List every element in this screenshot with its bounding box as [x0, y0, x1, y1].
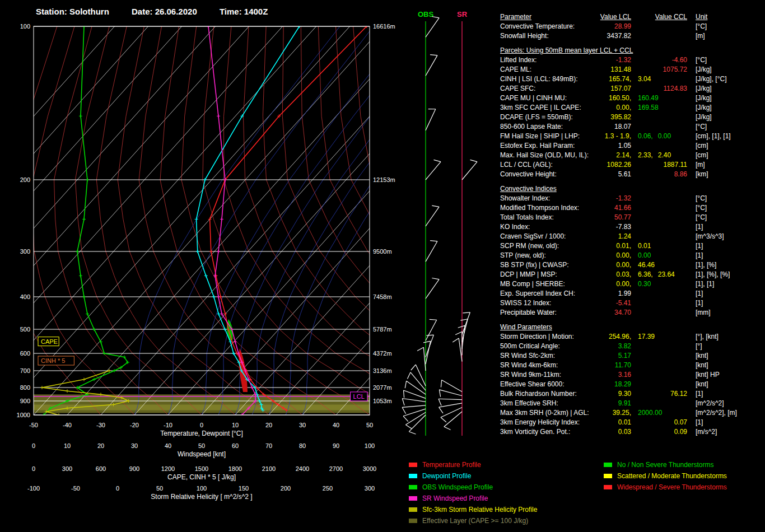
wind-barb: [426, 279, 439, 298]
param-label: CAPE SFC:: [500, 84, 596, 94]
axis-tick-label: 2400: [296, 465, 309, 472]
table-row: 3km Effective SRH:9.91[m^2/s^2]: [500, 399, 763, 408]
altitude-label: 3136m: [373, 367, 392, 374]
value-lcl: 0.00,: [596, 279, 631, 289]
param-label: Estofex Exp. Hail Param:: [500, 141, 596, 151]
axis-tick-label: 100: [365, 442, 375, 449]
wind-barb: [402, 405, 426, 408]
wind-barb: [426, 55, 437, 76]
legend-item: OBS Windspeed Profile: [409, 482, 537, 493]
unit-label: [m^3/s^3]: [696, 232, 724, 241]
axis-tick-label: 50: [366, 422, 373, 428]
dry-adiabat-line: [336, 26, 499, 415]
legend-swatch: [409, 474, 417, 478]
table-row: Max 3km SRH (0-2km) | AGL:39.25,2000.00[…: [500, 408, 763, 418]
unit-label: [1]: [696, 289, 703, 298]
sr-wind-column-label: SR: [457, 10, 468, 18]
profiles-legend: Temperature ProfileDewpoint ProfileOBS W…: [409, 459, 537, 526]
param-label: SR Wind 4km-6km:: [500, 361, 596, 370]
param-label: SR Wind Sfc-2km:: [500, 351, 596, 361]
altitude-label: 4372m: [373, 350, 392, 357]
legend-label: Effective Layer (CAPE >= 100 J/kg): [422, 517, 528, 525]
table-row: MB Comp | SHERBE:0.00,0.30[1], [1]: [500, 279, 763, 289]
svg-text:CAPE: CAPE: [41, 338, 58, 345]
value-lcl: 28.99: [596, 22, 631, 31]
value-lcl: 0.01: [596, 418, 631, 427]
parameter-table: ParameterValue LCLValue CCLUnitConvectiv…: [500, 12, 763, 437]
isotherm-line: [101, 26, 451, 415]
unit-label: [1], [%]: [696, 260, 716, 270]
wind-barb: [444, 412, 462, 427]
value-lcl: -5.41: [596, 298, 631, 308]
legend-swatch: [409, 507, 417, 512]
axis-tick-label: -50: [29, 422, 38, 428]
unit-label: [knt]: [696, 351, 708, 361]
axis-tick-label: 70: [265, 442, 272, 449]
param-label: Max. Hail Size (OLD, MU, IL):: [500, 151, 596, 160]
table-row: Max. Hail Size (OLD, MU, IL):2.14,2.33,2…: [500, 151, 763, 160]
table-row: Lifted Index:-1.32-4.60[°C]: [500, 55, 763, 65]
param-label: 500m Critical Angle:: [500, 342, 596, 351]
table-row: Bulk Richardson Number:9.3076.12[1]: [500, 389, 763, 399]
unit-label: [J/kg]: [696, 65, 712, 74]
legend-swatch: [409, 463, 417, 467]
isotherm-line: [34, 26, 384, 415]
altitude-label: 7458m: [373, 293, 392, 300]
axis-tick-label: 900: [129, 465, 139, 472]
unit-label: [1], [%], [%]: [696, 270, 730, 279]
value-lcl: 3.82: [596, 342, 631, 351]
unit-label: [J/kg]: [696, 103, 712, 113]
value-ccl: 0.00: [638, 251, 651, 260]
unit-label: [°C]: [696, 122, 707, 132]
value-ccl: 3.04: [638, 74, 651, 84]
pressure-tick-label: 200: [20, 176, 30, 183]
axis-tick-label: 90: [333, 442, 339, 449]
wind-barb: [426, 207, 439, 226]
param-label: 3km SFC CAPE | IL CAPE:: [500, 103, 596, 113]
table-row: SR Wind 9km-11km:3.16[knt] HP: [500, 370, 763, 380]
param-label: Showalter Index:: [500, 194, 596, 203]
axis-tick-label: 0: [32, 465, 35, 472]
dry-adiabat-line: [244, 26, 471, 415]
axis-tick-label: 40: [165, 442, 171, 449]
axis-tick-label: -100: [27, 485, 40, 492]
axis-tick-label: 0: [200, 422, 203, 428]
table-header-row: ParameterValue LCLValue CCLUnit: [500, 12, 763, 22]
axis-tick-label: 1500: [195, 465, 208, 472]
value-ccl: 6.36,: [638, 270, 653, 279]
unit-label: [J/kg]: [696, 113, 712, 122]
axis-tick-label: 1800: [228, 465, 242, 472]
moist-adiabat-line: [269, 26, 474, 415]
unit-label: [cm]: [696, 151, 708, 160]
axis-tick-label: 2100: [262, 465, 276, 472]
unit-label: [°C]: [696, 55, 707, 65]
value-lcl: 165.74,: [596, 74, 631, 84]
param-label: SCP RM (new, old):: [500, 241, 596, 251]
param-label: Snowfall Height:: [500, 31, 596, 41]
axis-tick-label: -30: [96, 422, 105, 428]
table-row: SR Wind Sfc-2km:5.17[knt]: [500, 351, 763, 361]
unit-label: [cm]: [696, 141, 708, 151]
unit-label: [1]: [696, 222, 703, 232]
table-row: CINH | LSI (LCL: 849mB):165.74,3.04[J/kg…: [500, 74, 763, 84]
unit-label: [°], [knt]: [696, 332, 719, 342]
value-lcl: 18.29: [596, 380, 631, 389]
unit-label: [J/kg]: [696, 94, 712, 103]
table-row: 3km SFC CAPE | IL CAPE:0.00,169.58[J/kg]: [500, 103, 763, 113]
wind-barb: [426, 320, 437, 340]
table-row: SCP RM (new, old):0.01,0.01[1]: [500, 241, 763, 251]
unit-label: [°C]: [696, 22, 707, 31]
axis-title: Temperature, Dewpoint [°C]: [160, 430, 243, 437]
axis-tick-label: 20: [97, 442, 104, 449]
dry-adiabat-line: [118, 26, 269, 415]
value-ccl: 169.58: [638, 103, 659, 113]
value-ccl: 160.49: [638, 94, 659, 103]
table-row: Exp. Supercell Index CH:1.99[1]: [500, 289, 763, 298]
unit-label: [m]: [696, 31, 705, 41]
dry-adiabat-line: [75, 26, 202, 415]
altitude-label: 16616m: [373, 23, 395, 30]
altitude-label: 2077m: [373, 384, 392, 391]
param-label: Convective Height:: [500, 170, 596, 179]
value-lcl: 5.61: [596, 170, 631, 179]
unit-label: [m^2/s^2], [m]: [696, 408, 737, 418]
